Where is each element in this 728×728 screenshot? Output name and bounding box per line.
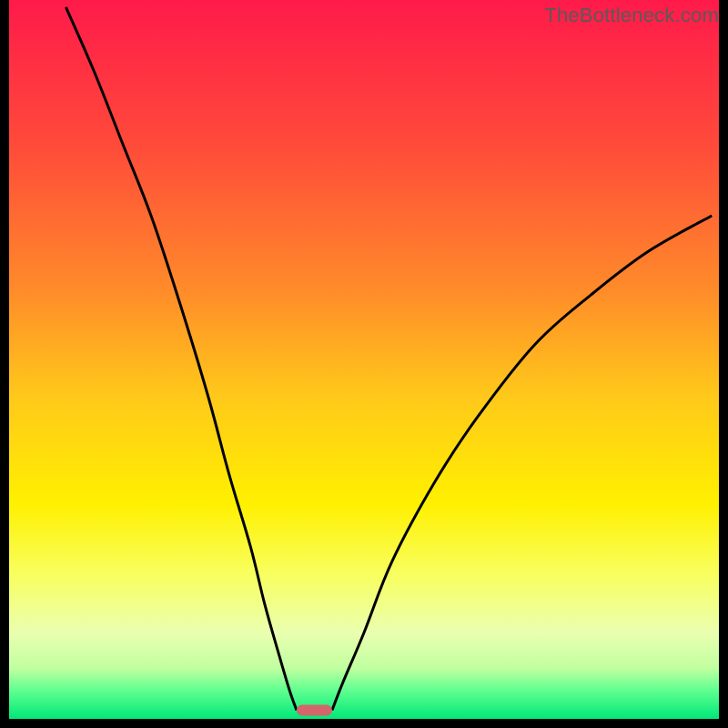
svg-rect-1 [0,719,728,728]
watermark-text: TheBottleneck.com [544,4,719,27]
chart-container: TheBottleneck.com [0,0,728,728]
svg-rect-2 [719,0,728,728]
optimal-marker [297,705,332,716]
bottleneck-chart [0,0,728,728]
gradient-background [9,0,719,719]
svg-rect-0 [0,0,9,728]
